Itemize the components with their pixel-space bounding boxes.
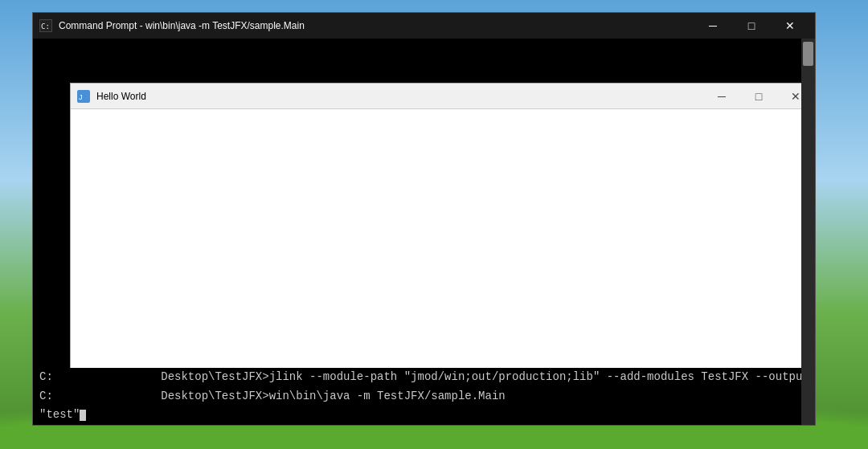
cmd-line-3: "test": [33, 406, 801, 425]
cmd-line-1-text: C: Desktop\TestJFX>jlink --module-path "…: [39, 370, 815, 383]
javafx-body: [71, 109, 815, 391]
javafx-window-controls: ─ □ ✕: [703, 84, 814, 109]
cmd-maximize-button[interactable]: □: [733, 13, 770, 39]
cmd-titlebar: C: Command Prompt - win\bin\java -m Test…: [33, 13, 815, 39]
svg-text:C:: C:: [41, 22, 50, 31]
cmd-window-controls: ─ □ ✕: [694, 13, 809, 39]
cmd-line-2-text: C: Desktop\TestJFX>win\bin\java -m TestJ…: [39, 390, 506, 402]
cmd-line-1: C: Desktop\TestJFX>jlink --module-path "…: [33, 368, 801, 387]
cmd-body: J Hello World ─ □ ✕ C: Desktop\TestJFX>j…: [33, 39, 815, 425]
cmd-window-icon: C:: [39, 19, 52, 32]
javafx-titlebar: J Hello World ─ □ ✕: [71, 84, 815, 109]
cmd-line-2: C: Desktop\TestJFX>win\bin\java -m TestJ…: [33, 387, 801, 406]
javafx-maximize-button[interactable]: □: [740, 84, 777, 109]
javafx-window: J Hello World ─ □ ✕: [70, 83, 815, 392]
cmd-title: Command Prompt - win\bin\java -m TestJFX…: [59, 20, 694, 31]
cmd-close-button[interactable]: ✕: [772, 13, 809, 39]
cmd-scrollbar[interactable]: [801, 39, 815, 425]
javafx-window-icon: J: [77, 90, 90, 103]
desktop: C: Command Prompt - win\bin\java -m Test…: [0, 0, 868, 449]
cmd-minimize-button[interactable]: ─: [694, 13, 731, 39]
cmd-output: C: Desktop\TestJFX>jlink --module-path "…: [33, 368, 801, 425]
cmd-scrollbar-thumb[interactable]: [803, 42, 813, 66]
javafx-title: Hello World: [96, 91, 703, 102]
svg-text:J: J: [79, 93, 83, 101]
cmd-window: C: Command Prompt - win\bin\java -m Test…: [32, 12, 816, 426]
javafx-minimize-button[interactable]: ─: [703, 84, 740, 109]
cmd-line-3-text: "test": [39, 408, 86, 421]
